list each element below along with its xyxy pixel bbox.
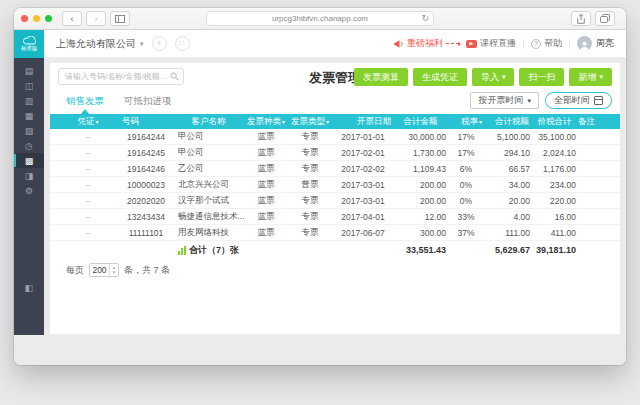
minimize-window-button[interactable] [33,15,40,22]
column-header[interactable]: 备注 [578,116,612,128]
user-name: 周亮 [596,37,614,50]
user-menu[interactable]: 周亮 [577,36,614,51]
sidebar-item-salary[interactable]: ◨ [14,168,44,183]
chevron-down-icon: ▾ [599,73,603,81]
totals-amount: 33,551.43 [394,245,448,255]
app-body: ▤ ◫ ▥ ▦ ▧ ◷ [14,58,626,365]
table-row[interactable]: --19164244甲公司蓝票 专票2017-01-0130,000.0017%… [50,129,620,145]
table-row[interactable]: --11111101用友网络科技蓝票 专票2017-06-07300.0037%… [50,225,620,241]
date-range-filter[interactable]: 全部时间 [545,92,612,109]
app-logo: 标准版 [14,30,44,58]
address-bar[interactable]: urpcg3hibfvn.chanapp.com ↻ [206,11,434,26]
toolbar: 发票管理 发票测算 生成凭证 导入▾ 扫一扫 新增▾ [50,63,620,91]
generate-voucher-button[interactable]: 生成凭证 [413,68,467,86]
avatar [577,36,592,51]
tabs-overview-icon[interactable] [595,11,615,26]
active-tab-pointer [81,109,89,114]
sidebar-toggle-icon[interactable] [110,11,130,26]
zoom-window-button[interactable] [45,15,52,22]
forward-button[interactable]: › [86,11,106,26]
pagination: 每页 200 ▴▾ 条，共 7 条 [66,263,170,277]
divider [569,39,570,49]
app-header: 标准版 上海允动有限公司 ▾ + ∷ 重磅福利 ▶ 课程直播 ? 帮助 [14,30,626,58]
sidebar-item-ledger[interactable]: ▧ [14,123,44,138]
chart-icon [178,246,186,255]
stepper-icons[interactable]: ▴▾ [109,264,118,276]
column-header[interactable]: 价税合计 [532,116,578,128]
table-row[interactable]: --20202020汉字那个试试蓝票 专票2017-03-01200.000% … [50,193,620,209]
invoice-calc-button[interactable]: 发票测算 [354,68,408,86]
table-row[interactable]: --13243434畅捷通信息技术...蓝票 专票2017-04-0112.00… [50,209,620,225]
sidebar-item-report[interactable]: ▥ [14,93,44,108]
invoice-panel: 发票管理 发票测算 生成凭证 导入▾ 扫一扫 新增▾ 销售发票 可抵扣进项 [50,63,620,334]
per-page-label: 每页 [66,264,84,277]
chevron-down-icon: ▾ [527,97,531,105]
browser-chrome: ‹ › urpcg3hibfvn.chanapp.com ↻ [14,8,626,30]
sidebar-item-settings[interactable]: ⚙ [14,183,44,198]
search-input[interactable] [65,72,170,81]
sidebar-item-invoice[interactable]: ▩ [14,153,44,168]
close-window-button[interactable] [21,15,28,22]
column-header[interactable]: 税率▾ [448,116,484,128]
logo-caption: 标准版 [21,45,37,50]
search-box [58,68,184,85]
question-icon: ? [531,39,541,49]
add-company-button[interactable]: + [152,36,167,51]
sidebar-item-assets[interactable]: ▦ [14,108,44,123]
sidebar-item-voucher[interactable]: ▤ [14,63,44,78]
browser-window: ‹ › urpcg3hibfvn.chanapp.com ↻ 标准版 上海允动有… [14,8,626,365]
totals-tax: 5,629.67 [484,245,532,255]
totals-row: 合计（7）张 33,551.43 5,629.67 39,181.10 [50,241,620,259]
chevron-down-icon: ▾ [502,73,506,81]
search-icon[interactable] [170,72,179,81]
table-row[interactable]: --19164245甲公司蓝票 专票2017-02-011,730.0017% … [50,145,620,161]
tabs-row: 销售发票 可抵扣进项 按开票时间 ▾ 全部时间 [50,91,620,114]
share-icon[interactable] [571,11,591,26]
chevron-down-icon: ▾ [140,40,144,48]
back-button[interactable]: ‹ [62,11,82,26]
sidebar-item-period[interactable]: ◷ [14,138,44,153]
column-header[interactable]: 发票种类▾ [244,116,288,128]
megaphone-icon [393,39,404,49]
table-row[interactable]: --19164246乙公司蓝票 专票2017-02-021,109.436% 6… [50,161,620,177]
refresh-icon[interactable]: ↻ [421,12,429,25]
company-name: 上海允动有限公司 [56,37,136,51]
totals-label: 合计（7）张 [189,244,239,257]
company-selector[interactable]: 上海允动有限公司 ▾ [56,37,144,51]
column-header[interactable]: 号码 [118,116,174,128]
table-body: --19164244甲公司蓝票 专票2017-01-0130,000.0017%… [50,129,620,241]
calendar-icon [594,96,603,105]
divider [523,39,524,49]
per-page-input[interactable]: 200 ▴▾ [89,263,119,277]
window-controls [21,15,52,22]
dashed-arrow-icon [446,43,459,44]
help-label: 帮助 [544,37,562,50]
totals-grand: 39,181.10 [532,245,578,255]
sort-by-dropdown[interactable]: 按开票时间 ▾ [470,92,539,109]
promo-link[interactable]: 重磅福利 [393,37,459,50]
scan-button[interactable]: 扫一扫 [519,68,564,86]
tab-deductible-input[interactable]: 可抵扣进项 [124,95,172,108]
table-row[interactable]: --10000023北京兴兴公司蓝票 普票2017-03-01200.000% … [50,177,620,193]
url-text: urpcg3hibfvn.chanapp.com [272,14,368,23]
import-button[interactable]: 导入▾ [472,68,515,86]
apps-grid-button[interactable]: ∷ [175,36,190,51]
column-header[interactable]: 发票类型▾ [288,116,332,128]
toolbar-buttons: 发票测算 生成凭证 导入▾ 扫一扫 新增▾ [349,68,612,86]
column-header[interactable]: 开票日期 [332,116,394,128]
sidebar-item-cashier[interactable]: ◫ [14,78,44,93]
column-header[interactable]: 合计金额 [394,116,448,128]
column-header[interactable]: 凭证▾ [58,116,118,128]
total-count-label: 条，共 7 条 [124,264,170,277]
live-course-link[interactable]: ▶ 课程直播 [466,37,516,50]
live-label: 课程直播 [480,37,516,50]
column-header[interactable]: 客户名称 [174,116,244,128]
help-link[interactable]: ? 帮助 [531,37,562,50]
tab-sales-invoice[interactable]: 销售发票 [66,95,104,108]
sidebar-collapse-icon[interactable]: ◧ [14,280,44,295]
add-new-button[interactable]: 新增▾ [569,68,612,86]
video-icon: ▶ [466,40,477,48]
promo-label: 重磅福利 [407,37,443,50]
column-header[interactable]: 合计税额 [484,116,532,128]
table-header: 凭证▾ 号码 客户名称 发票种类▾ 发票类型▾ 开票日期 合计金额 税率▾ 合计… [50,114,620,129]
